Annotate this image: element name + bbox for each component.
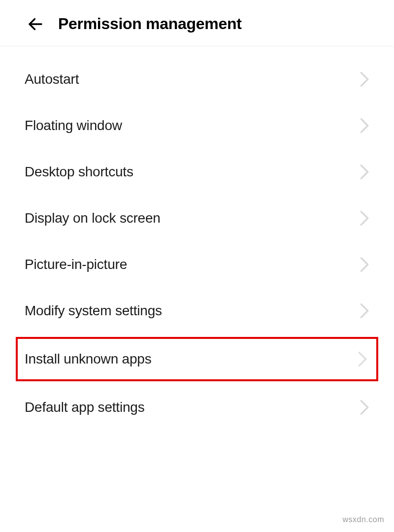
header-bar: Permission management: [0, 0, 394, 46]
chevron-right-icon: [360, 302, 369, 319]
list-item-desktop-shortcuts[interactable]: Desktop shortcuts: [0, 149, 394, 195]
list-item-label: Picture-in-picture: [25, 257, 127, 272]
list-item-picture-in-picture[interactable]: Picture-in-picture: [0, 241, 394, 288]
list-item-autostart[interactable]: Autostart: [0, 56, 394, 102]
chevron-right-icon: [360, 117, 369, 134]
chevron-right-icon: [358, 351, 367, 367]
list-item-label: Autostart: [25, 71, 79, 87]
watermark-text: wsxdn.com: [342, 515, 384, 524]
settings-list: Autostart Floating window Desktop shortc…: [0, 46, 394, 431]
chevron-right-icon: [360, 164, 369, 180]
list-item-install-unknown-apps[interactable]: Install unknown apps: [16, 337, 378, 381]
list-item-label: Display on lock screen: [25, 210, 161, 226]
list-item-label: Modify system settings: [25, 303, 162, 319]
chevron-right-icon: [360, 71, 369, 88]
chevron-right-icon: [360, 210, 369, 227]
page-title: Permission management: [58, 15, 242, 33]
list-item-floating-window[interactable]: Floating window: [0, 102, 394, 149]
list-item-label: Install unknown apps: [25, 351, 152, 367]
list-item-modify-system-settings[interactable]: Modify system settings: [0, 288, 394, 334]
list-item-label: Floating window: [25, 118, 122, 133]
back-icon[interactable]: [27, 15, 44, 33]
chevron-right-icon: [360, 256, 369, 273]
list-item-label: Default app settings: [25, 399, 145, 415]
list-item-default-app-settings[interactable]: Default app settings: [0, 384, 394, 431]
chevron-right-icon: [360, 399, 369, 416]
list-item-label: Desktop shortcuts: [25, 164, 133, 180]
list-item-display-on-lock-screen[interactable]: Display on lock screen: [0, 195, 394, 241]
